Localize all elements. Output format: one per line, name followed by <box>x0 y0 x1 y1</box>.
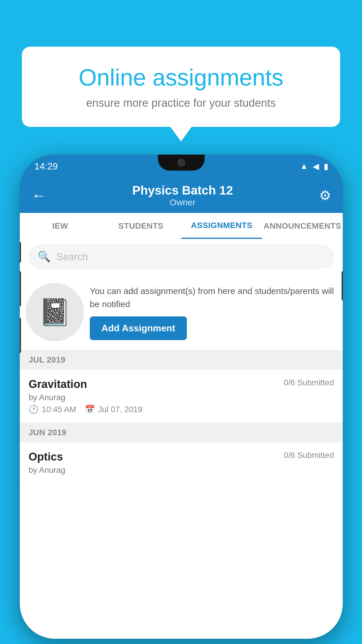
assignment-header-optics: Optics 0/6 Submitted <box>29 451 334 463</box>
volume-down-button <box>20 318 21 353</box>
assignment-date: Jul 07, 2019 <box>98 405 143 414</box>
promo-text: You can add assignment(s) from here and … <box>90 284 334 311</box>
speech-bubble-subtitle: ensure more practice for your students <box>45 97 317 109</box>
tab-assignments[interactable]: ASSIGNMENTS <box>181 213 262 239</box>
back-button[interactable]: ← <box>31 187 46 204</box>
promo-content: You can add assignment(s) from here and … <box>90 284 334 340</box>
date-meta: 📅 Jul 07, 2019 <box>85 405 143 414</box>
speech-bubble-title: Online assignments <box>45 64 317 91</box>
notebook-icon: 📓 <box>38 297 71 328</box>
power-button <box>342 271 343 300</box>
settings-icon[interactable]: ⚙ <box>319 188 331 203</box>
header-title-container: Physics Batch 12 Owner <box>132 183 233 207</box>
search-input[interactable]: Search <box>57 251 88 262</box>
phone-screen: 🔍 Search 📓 You can add assignment(s) fro… <box>20 239 343 639</box>
wifi-icon: ▲ <box>300 162 308 171</box>
calendar-icon: 📅 <box>85 405 95 414</box>
assignment-item-optics[interactable]: Optics 0/6 Submitted by Anurag <box>20 442 343 486</box>
time-meta: 🕐 10:45 AM <box>29 405 76 414</box>
assignment-item-gravitation[interactable]: Gravitation 0/6 Submitted by Anurag 🕐 10… <box>20 370 343 423</box>
speech-bubble-container: Online assignments ensure more practice … <box>22 47 340 127</box>
tabs-bar: IEW STUDENTS ASSIGNMENTS ANNOUNCEMENTS <box>20 213 343 239</box>
assignment-title: Gravitation <box>29 378 87 391</box>
page-title: Physics Batch 12 <box>132 183 233 197</box>
status-time: 14:29 <box>34 161 58 172</box>
promo-section: 📓 You can add assignment(s) from here an… <box>20 274 343 350</box>
search-bar[interactable]: 🔍 Search <box>29 245 334 268</box>
tab-iew[interactable]: IEW <box>20 213 101 239</box>
assignment-title-optics: Optics <box>29 451 63 463</box>
assignment-status-optics: 0/6 Submitted <box>284 451 334 460</box>
section-header-jun: JUN 2019 <box>20 423 343 442</box>
assignment-author-optics: by Anurag <box>29 466 334 475</box>
assignment-meta: 🕐 10:45 AM 📅 Jul 07, 2019 <box>29 405 334 414</box>
tab-students[interactable]: STUDENTS <box>101 213 181 239</box>
assignment-header: Gravitation 0/6 Submitted <box>29 378 334 391</box>
front-camera <box>177 159 185 167</box>
promo-icon-circle: 📓 <box>26 283 84 341</box>
phone-frame: 14:29 ▲ ◀ ▮ ← Physics Batch 12 Owner ⚙ I… <box>20 155 343 639</box>
mute-button <box>20 242 21 262</box>
search-icon: 🔍 <box>38 251 51 263</box>
add-assignment-button[interactable]: Add Assignment <box>90 316 187 340</box>
app-header: ← Physics Batch 12 Owner ⚙ <box>20 178 343 213</box>
battery-icon: ▮ <box>324 162 328 171</box>
volume-up-button <box>20 271 21 306</box>
search-bar-container: 🔍 Search <box>20 239 343 274</box>
phone-notch <box>158 155 205 171</box>
page-subtitle: Owner <box>132 197 233 207</box>
status-bar: 14:29 ▲ ◀ ▮ <box>20 155 343 178</box>
clock-icon: 🕐 <box>29 405 39 414</box>
assignment-time: 10:45 AM <box>42 405 76 414</box>
tab-announcements[interactable]: ANNOUNCEMENTS <box>262 213 343 239</box>
assignment-status: 0/6 Submitted <box>284 378 334 387</box>
signal-icon: ◀ <box>313 162 319 171</box>
assignment-author: by Anurag <box>29 393 334 402</box>
speech-bubble: Online assignments ensure more practice … <box>22 47 340 127</box>
section-header-jul: JUL 2019 <box>20 350 343 370</box>
status-icons: ▲ ◀ ▮ <box>300 162 328 171</box>
